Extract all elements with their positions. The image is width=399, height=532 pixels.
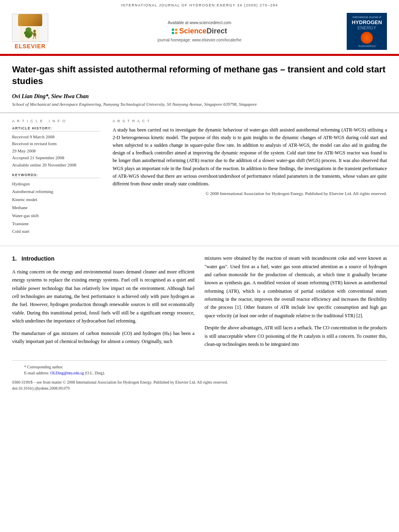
journal-name: International Journal of Hydrogen Energy…	[121, 3, 278, 7]
article-info-label: A R T I C L E I N F O	[12, 119, 101, 123]
email-link[interactable]: OLDing@ntu.edu.sg	[50, 371, 84, 375]
journal-logo-circle	[361, 32, 373, 44]
footer-bar: 0360-3199/$ – see front matter © 2008 In…	[0, 376, 399, 394]
intro-para1: A rising concern on the energy and envir…	[12, 268, 195, 325]
section1-heading: 1. Introduction	[12, 254, 195, 264]
svg-point-5	[25, 33, 32, 38]
elsevier-label: ELSEVIER	[14, 43, 45, 49]
center-logo: Available at www.sciencedirect.com Scien…	[52, 21, 347, 42]
received-date: Received 9 March 2008	[12, 134, 101, 141]
intro-para2: The manufacture of gas mixtures of carbo…	[12, 329, 195, 346]
abstract-text: A study has been carried out to investig…	[113, 126, 387, 188]
email-line: E-mail address: OLDing@ntu.edu.sg (O.L. …	[24, 370, 375, 376]
journal-sd-small: ScienceDirect	[350, 45, 384, 47]
available-text: Available at www.sciencedirect.com	[168, 21, 231, 25]
col2-para1: mixtures were obtained by the reaction o…	[205, 254, 387, 320]
elsevier-tree-icon	[14, 26, 46, 41]
page-wrapper: International Journal of Hydrogen Energy…	[0, 0, 399, 394]
intro-para2-text: The manufacture of gas mixtures of carbo…	[12, 331, 195, 344]
elsevier-logo-image	[12, 14, 48, 42]
abstract-label: A B S T R A C T	[113, 119, 387, 123]
issn-line: 0360-3199/$ – see front matter © 2008 In…	[12, 379, 387, 385]
col2-para2: Despite the above advantages, ATR still …	[205, 324, 387, 348]
footnote-section: * Corresponding author. E-mail address: …	[12, 360, 387, 376]
journal-intl-label: International Journal of	[350, 15, 384, 19]
article-history: Article history: Received 9 March 2008 R…	[12, 126, 101, 169]
article-title-section: Water-gas shift assisted autothermal ref…	[0, 56, 399, 113]
email-label: E-mail address:	[24, 371, 49, 375]
keyword-cold-start: Cold start	[12, 228, 101, 236]
keyword-kinetic: Kinetic model	[12, 196, 101, 204]
elsevier-logo: ELSEVIER	[8, 14, 52, 49]
sd-dot-orange-2	[175, 32, 177, 34]
copyright-text: © 2008 International Association for Hyd…	[113, 191, 387, 196]
keyword-wgs: Water-gas shift	[12, 212, 101, 220]
abstract-section: A B S T R A C T A study has been carried…	[113, 119, 387, 240]
accepted-date: Accepted 21 September 2008	[12, 154, 101, 162]
article-title: Water-gas shift assisted autothermal ref…	[12, 64, 387, 87]
sciencedirect-logo: ScienceDirect	[172, 27, 227, 35]
sd-dot-teal-2	[172, 32, 174, 34]
keyword-hydrogen: Hydrogen	[12, 180, 101, 188]
body-col-left: 1. Introduction A rising concern on the …	[12, 254, 195, 352]
journal-logo-right: International Journal of HYDROGEN ENERGY…	[347, 13, 387, 50]
corresponding-author: * Corresponding author.	[24, 364, 375, 370]
info-section: A R T I C L E I N F O Article history: R…	[0, 113, 399, 246]
keyword-transient: Transient	[12, 220, 101, 228]
sd-dot-teal-1	[172, 29, 174, 31]
section1-title: Introduction	[22, 255, 55, 262]
article-info: A R T I C L E I N F O Article history: R…	[12, 119, 101, 240]
section1-number: 1.	[12, 255, 17, 262]
sd-dots	[172, 29, 177, 34]
sd-dot-orange-1	[175, 29, 177, 31]
journal-header: ELSEVIER Available at www.sciencedirect.…	[0, 9, 399, 55]
body-content: 1. Introduction A rising concern on the …	[0, 246, 399, 360]
keyword-autothermal: Autothermal reforming	[12, 188, 101, 196]
doi-line: doi:10.1016/j.ijhydene.2008.09.079	[12, 385, 387, 391]
revised-date: 29 May 2008	[12, 148, 101, 155]
svg-point-6	[33, 30, 36, 32]
journal-homepage: journal homepage: www.elsevier.com/locat…	[158, 38, 241, 42]
journal-title-hydrogen: HYDROGEN	[350, 19, 384, 26]
authors: Ovi Lian Ding*, Siew Hwa Chan	[12, 93, 387, 100]
svg-rect-7	[33, 33, 36, 36]
keywords-section: Keywords: Hydrogen Autothermal reforming…	[12, 173, 101, 236]
keyword-methane: Methane	[12, 204, 101, 212]
author-names: Ovi Lian Ding*, Siew Hwa Chan	[12, 93, 89, 99]
history-label: Article history:	[12, 126, 101, 131]
affiliation: School of Mechanical and Aerospace Engin…	[12, 102, 387, 107]
received-revised-label: Received in revised form	[12, 140, 101, 148]
keywords-label: Keywords:	[12, 173, 101, 178]
email-suffix: (O.L. Ding).	[85, 371, 105, 375]
body-col-right: mixtures were obtained by the reaction o…	[205, 254, 387, 352]
journal-header-bar: International Journal of Hydrogen Energy…	[0, 0, 399, 9]
available-online: Available online 20 November 2008	[12, 162, 101, 169]
journal-title-energy: ENERGY	[350, 25, 384, 30]
sciencedirect-text: ScienceDirect	[179, 27, 227, 35]
